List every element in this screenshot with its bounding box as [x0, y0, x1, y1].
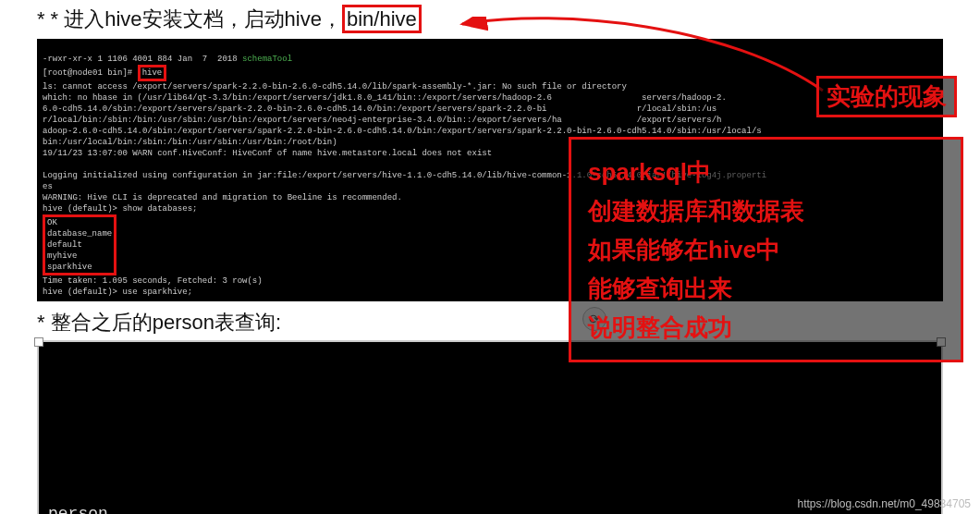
t1-l6: adoop-2.6.0-cdh5.14.0/sbin:/export/serve…: [43, 127, 762, 136]
t1-l12: WARNING: Hive CLI is deprecated and migr…: [43, 193, 402, 202]
t2-r0: person: [48, 505, 108, 514]
t1-l8: 19/11/23 13:07:00 WARN conf.HiveConf: Hi…: [43, 149, 492, 158]
t1-l19: Time taken: 1.095 seconds, Fetched: 3 ro…: [43, 276, 263, 286]
t1-l5: r/local/bin:/sbin:/bin:/usr/sbin:/usr/bi…: [43, 116, 722, 125]
t1-l2: ls: cannot access /export/servers/spark-…: [43, 82, 627, 92]
t1-l3: which: no hbase in (/usr/lib64/qt-3.3/bi…: [43, 93, 727, 103]
annotation-box: sparksql中 创建数据库和数据表 如果能够在hive中 能够查询出来 说明…: [569, 137, 963, 362]
t1-l11: es: [43, 182, 53, 191]
annotation-label: 实验的现象: [816, 76, 957, 117]
annotation-line-5: 说明整合成功: [588, 308, 944, 347]
t1-l0: -rwxr-xr-x 1 1106 4001 884 Jan 7 2018 sc…: [43, 55, 292, 64]
databases-box: OK database_name default myhive sparkhiv…: [43, 214, 116, 275]
annotation-line-4: 能够查询出来: [588, 269, 944, 308]
t1-l1: [root@node01 bin]# hive: [43, 68, 166, 78]
t1-l4: 6.0-cdh5.14.0/sbin:/export/servers/spark…: [43, 104, 717, 114]
t1-l7: bin:/usr/local/bin:/sbin:/bin:/usr/sbin:…: [43, 138, 337, 147]
bullet-star: *: [37, 7, 45, 31]
t1-l20: hive (default)> use sparkhive;: [43, 288, 192, 297]
t1-l13: hive (default)> show databases;: [43, 204, 197, 214]
heading-1: ** 进入hive安装文档，启动hive，bin/hive: [0, 0, 980, 39]
annotation-line-1: sparksql中: [588, 153, 944, 191]
selection-handle[interactable]: [34, 337, 43, 347]
hive-cmd-highlight: hive: [138, 65, 167, 81]
terminal-person-query: person Time taken: 0.021 seconds, Fetche…: [37, 340, 943, 514]
heading-1-highlight: bin/hive: [342, 5, 422, 33]
heading-1-prefix: * 进入hive安装文档，启动hive，: [51, 7, 342, 31]
annotation-line-3: 如果能够在hive中: [588, 230, 944, 269]
watermark: https://blog.csdn.net/m0_49834705: [798, 497, 971, 510]
annotation-line-2: 创建数据库和数据表: [588, 191, 944, 230]
